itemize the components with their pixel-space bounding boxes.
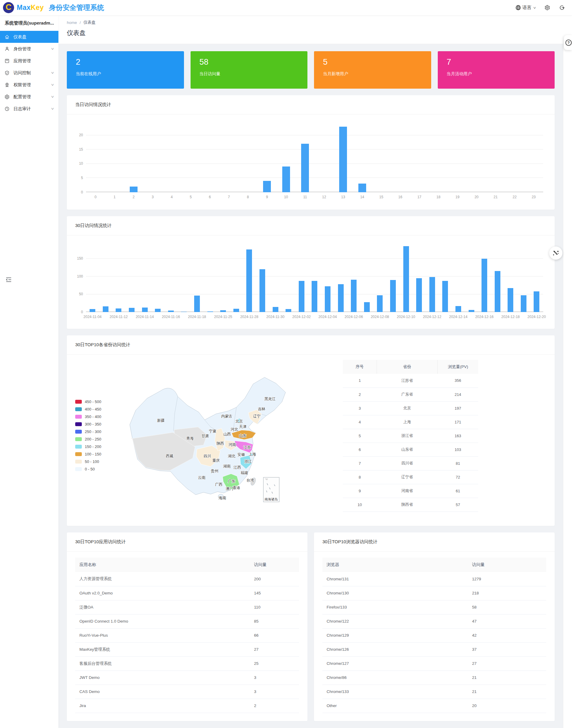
y-axis-tick: 20: [79, 133, 83, 137]
chevron-down-icon: ˅: [51, 83, 54, 87]
y-axis-tick: 5: [81, 176, 83, 180]
x-axis-label: 23: [531, 195, 535, 199]
hourly-chart-bars: 01234567891011121314151617181920212223: [86, 121, 543, 192]
bar: [286, 309, 291, 312]
bar-column: 2024-12-14: [452, 241, 465, 312]
settings-gear-icon[interactable]: [545, 5, 550, 10]
y-axis-tick: 50: [79, 292, 83, 296]
x-axis-label: 2024-12-08: [371, 315, 389, 319]
table-cell: 北京: [377, 401, 437, 415]
sidebar-collapse-icon[interactable]: [5, 276, 12, 283]
table-cell: 3: [343, 401, 377, 415]
bar-column: 6: [200, 121, 219, 192]
table-cell: Chrome/131: [323, 572, 468, 586]
table-cell: 上海: [377, 415, 437, 429]
breadcrumb-home[interactable]: home: [67, 20, 77, 25]
legend-swatch: [75, 430, 82, 434]
logout-icon[interactable]: [559, 5, 565, 10]
table-cell: 2: [343, 388, 377, 401]
stat-card-value: 5: [323, 58, 431, 67]
table-cell: 21: [468, 670, 546, 684]
bar-column: 13: [334, 121, 353, 192]
y-axis-tick: 100: [77, 274, 83, 278]
table-cell: 37: [468, 642, 546, 656]
scrollbar-gutter[interactable]: [563, 44, 572, 728]
china-map: 南海诸岛 新疆青海西藏甘肃宁夏内蒙古黑龙江吉林辽宁北京天津河北山西山东陕西河南江…: [126, 368, 294, 503]
bar: [358, 183, 366, 192]
x-axis-label: 22: [513, 195, 516, 199]
apps-table-header: 应用名称访问量: [75, 558, 299, 572]
legend-label: 50 - 100: [85, 459, 99, 464]
table-cell: 42: [468, 628, 546, 642]
table-cell: 3: [250, 670, 299, 684]
map-province-label: 甘肃: [202, 434, 209, 438]
bar: [116, 309, 121, 312]
table-row: Chrome/13321: [323, 684, 546, 699]
magic-wand-button[interactable]: [549, 246, 562, 260]
table-row: OAuth v2.0_Demo145: [75, 586, 299, 600]
province-panel-body: 450 - 500400 - 450350 - 400300 - 350250 …: [67, 354, 555, 526]
x-axis-label: 2024-12-16: [475, 315, 494, 319]
help-button[interactable]: ?: [564, 35, 572, 50]
map-province-label: 江苏: [243, 445, 252, 450]
province-table-header: 序号省份浏览量(PV): [343, 360, 478, 374]
legend-label: 0 - 50: [85, 467, 95, 471]
table-cell: Chrome/129: [323, 628, 468, 642]
sidebar-item-3[interactable]: 访问控制˅: [0, 67, 58, 79]
x-axis-label: 16: [398, 195, 402, 199]
bar-column: [360, 241, 373, 312]
chevron-down-icon: ˅: [51, 95, 54, 98]
table-row: CAS Demo3: [75, 684, 299, 699]
x-axis-label: 2024-11-14: [136, 315, 154, 319]
sidebar-item-1[interactable]: 身份管理˅: [0, 43, 58, 55]
x-axis-label: 2024-11-16: [162, 315, 180, 319]
bar: [495, 271, 500, 312]
map-province-label: 湖北: [228, 454, 236, 458]
legend-label: 300 - 350: [85, 422, 101, 426]
x-axis-label: 2024-12-04: [318, 315, 337, 319]
bar-column: 20: [467, 121, 486, 192]
bar-column: 8: [238, 121, 258, 192]
table-cell: 356: [437, 374, 478, 388]
panel-title-browsers: 30日TOP10浏览器访问统计: [314, 533, 555, 552]
sidebar-item-label: 配置管理: [13, 94, 52, 100]
sidebar-item-6[interactable]: 日志审计˅: [0, 103, 58, 115]
table-row: 9河南省61: [343, 484, 478, 498]
table-cell: 3: [250, 684, 299, 699]
x-axis-label: 15: [379, 195, 383, 199]
sidebar-item-4[interactable]: 权限管理˅: [0, 79, 58, 91]
stat-card: 58当日访问量: [191, 51, 308, 89]
sidebar-item-2[interactable]: 应用管理: [0, 55, 58, 67]
bar-column: [282, 241, 295, 312]
bar: [194, 296, 200, 312]
sidebar-item-dashboard[interactable]: 仪表盘: [0, 31, 58, 43]
chevron-down-icon: ˅: [51, 47, 54, 51]
bar: [311, 281, 317, 312]
y-axis-tick: 10: [79, 161, 83, 166]
bar: [469, 310, 474, 312]
sidebar-item-5[interactable]: 配置管理˅: [0, 91, 58, 103]
x-axis-label: 0: [94, 195, 96, 199]
bar-column: 2024-12-20: [530, 241, 543, 312]
legend-item: 200 - 250: [75, 437, 105, 441]
bar: [142, 308, 148, 312]
bar-column: 2024-11-30: [269, 241, 282, 312]
x-axis-label: 2024-11-12: [110, 315, 128, 319]
sidebar-item-label: 仪表盘: [13, 34, 54, 40]
x-axis-label: 20: [475, 195, 479, 199]
table-cell: 4: [343, 415, 377, 429]
table-row: Jira2: [75, 699, 299, 713]
bar: [338, 284, 344, 312]
x-axis-label: 2024-11-04: [84, 315, 102, 319]
legend-swatch: [75, 437, 82, 441]
bar-column: 2024-12-18: [504, 241, 517, 312]
daily-chart-plot: 050100150 2024-11-042024-11-122024-11-14…: [86, 241, 543, 312]
bar-column: 14: [353, 121, 372, 192]
bar-column: [439, 241, 452, 312]
bar: [155, 309, 161, 312]
language-switcher[interactable]: 语言 ˅: [515, 5, 535, 10]
south-sea-inset: 南海诸岛: [263, 477, 279, 502]
sidebar-menu: 仪表盘身份管理˅应用管理访问控制˅权限管理˅配置管理˅日志审计˅: [0, 31, 58, 115]
map-province-label: 山东: [239, 434, 246, 438]
x-axis-label: 2024-12-02: [292, 315, 311, 319]
